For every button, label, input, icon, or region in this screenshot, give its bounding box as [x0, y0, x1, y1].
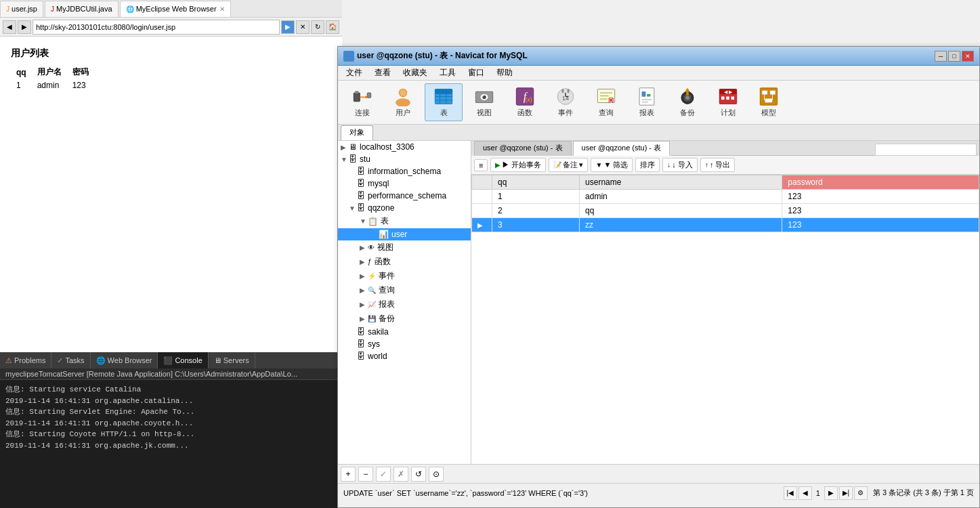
content-tab-1[interactable]: user @qqzone (stu) - 表 [474, 141, 572, 156]
home-btn[interactable]: 🏠 [326, 20, 339, 34]
tree-stu[interactable]: ▼ 🗄 stu [338, 153, 471, 165]
nav-next-btn[interactable]: ▶ [824, 486, 838, 500]
toolbar-event-btn[interactable]: 14 事件 [547, 83, 584, 121]
tree-queries-folder[interactable]: ▶ 🔍 查询 [338, 283, 471, 297]
tree-reports-folder[interactable]: ▶ 📈 报表 [338, 297, 471, 312]
tree-backups-folder[interactable]: ▶ 💾 备份 [338, 312, 471, 326]
tree-sakila[interactable]: 🗄 sakila [338, 326, 471, 338]
menu-icon: ≡ [479, 161, 483, 169]
stop-btn[interactable]: ✕ [296, 20, 310, 34]
tree-events-folder[interactable]: ▶ ⚡ 事件 [338, 269, 471, 283]
navicat-title-area: user @qqzone (stu) - 表 - Navicat for MyS… [343, 50, 528, 62]
menu-view[interactable]: 查看 [369, 66, 396, 80]
content-tabs-bar: user @qqzone (stu) - 表 user @qqzone (stu… [471, 141, 979, 156]
nav-last-btn[interactable]: ▶| [839, 486, 853, 500]
toolbar-plan-btn[interactable]: ◀ ▶ 计划 [709, 83, 747, 121]
tree-performance-schema[interactable]: 🗄 performance_schema [338, 190, 471, 202]
discard-btn[interactable]: ✗ [393, 467, 408, 482]
toolbar-model-btn[interactable]: 模型 [750, 83, 788, 121]
toolbar-view-btn[interactable]: 视图 [465, 83, 503, 121]
tree-label-qqzone: qqzone [368, 203, 394, 213]
tab-myjdbcutil[interactable]: J MyJDBCUtil.java [45, 1, 119, 17]
table-menu-btn[interactable]: ≡ [474, 159, 488, 171]
tree-label-sys: sys [368, 339, 380, 349]
nav-settings-btn[interactable]: ⚙ [854, 486, 868, 500]
nav-first-btn[interactable]: |◀ [784, 486, 797, 500]
export-btn[interactable]: ↑ ↑ 导出 [700, 158, 736, 172]
tree-user-table[interactable]: 📊 user [338, 228, 471, 240]
tree-label-events: 事件 [379, 270, 395, 282]
toolbar-function-btn[interactable]: f (x) 函数 [506, 83, 544, 121]
toolbar-table-btn[interactable]: 表 [425, 83, 463, 121]
db-icon-world: 🗄 [357, 352, 365, 361]
table-row-3[interactable]: ▶ 3 zz 123 [472, 218, 979, 232]
table-row-1[interactable]: 1 admin 123 [472, 190, 979, 204]
tree-tables-folder[interactable]: ▼ 📋 表 [338, 214, 471, 228]
close-tab-icon[interactable]: ✕ [219, 5, 225, 13]
toolbar-report-btn[interactable]: 报表 [628, 83, 666, 121]
svg-point-41 [685, 96, 689, 100]
refresh-table-btn[interactable]: ↺ [411, 467, 426, 482]
tree-functions-folder[interactable]: ▶ ƒ 函数 [338, 255, 471, 269]
maximize-btn[interactable]: □ [948, 51, 960, 62]
minimize-btn[interactable]: ─ [935, 51, 947, 62]
col-header-username: username [580, 175, 782, 190]
col-header-password: password [782, 175, 979, 190]
tree-sys[interactable]: 🗄 sys [338, 338, 471, 350]
navicat-toolbar: 连接 用户 表 [338, 81, 979, 125]
page-number: 1 [813, 489, 823, 497]
tree-qqzone[interactable]: ▼ 🗄 qqzone [338, 202, 471, 214]
db-icon-is: 🗄 [357, 167, 365, 176]
menu-tools[interactable]: 工具 [434, 66, 461, 80]
toolbar-connect-btn[interactable]: 连接 [343, 83, 381, 121]
refresh-btn[interactable]: ↻ [311, 20, 324, 34]
server-icon: 🖥 [349, 142, 357, 152]
toolbar-query-btn[interactable]: Q 查询 [587, 83, 625, 121]
content-tab-2[interactable]: user @qqzone (stu) - 表 [573, 141, 670, 156]
delete-row-btn[interactable]: − [358, 467, 373, 482]
tab-myeclipse-browser[interactable]: 🌐 MyEclipse Web Browser ✕ [120, 1, 231, 17]
tree-mysql[interactable]: 🗄 mysql [338, 177, 471, 190]
filter-btn[interactable]: ▼ ▼ 筛选 [591, 158, 633, 172]
cell-username-2: qq [580, 204, 782, 218]
console-line-2: 2019-11-14 16:41:31 org.apache.catalina.… [5, 396, 337, 407]
row-qq: 1 [11, 79, 32, 91]
start-transaction-btn[interactable]: ▶ ▶ 开始事务 [490, 158, 546, 172]
tab-servers[interactable]: 🖥Servers [209, 352, 255, 368]
go-btn[interactable]: ▶ [281, 20, 295, 34]
import-btn[interactable]: ↓ ↓ 导入 [662, 158, 698, 172]
confirm-btn[interactable]: ✓ [376, 467, 391, 482]
navicat-window: user @qqzone (stu) - 表 - Navicat for MyS… [337, 46, 980, 508]
tree-label-views: 视图 [377, 242, 393, 253]
svg-rect-23 [568, 89, 570, 93]
tree-information-schema[interactable]: 🗄 information_schema [338, 165, 471, 177]
tab-problems[interactable]: ⚠Problems [0, 352, 51, 368]
menu-help[interactable]: 帮助 [491, 66, 518, 80]
tab-tasks[interactable]: ✓Tasks [51, 352, 90, 368]
tree-world[interactable]: 🗄 world [338, 350, 471, 362]
options-btn[interactable]: ⊙ [429, 467, 444, 482]
menu-window[interactable]: 窗口 [463, 66, 490, 80]
address-input[interactable] [33, 20, 280, 35]
nav-prev-btn[interactable]: ◀ [798, 486, 812, 500]
toolbar-backup-btn[interactable]: 备份 [668, 83, 706, 121]
tree-localhost[interactable]: ▶ 🖥 localhost_3306 [338, 141, 471, 153]
tree-views-folder[interactable]: ▶ 👁 视图 [338, 240, 471, 255]
menu-favorites[interactable]: 收藏夹 [398, 66, 433, 80]
sidebar-tab-objects[interactable]: 对象 [341, 125, 373, 140]
close-btn[interactable]: ✕ [962, 51, 974, 62]
menu-file[interactable]: 文件 [341, 66, 368, 80]
table-row-2[interactable]: 2 qq 123 [472, 204, 979, 218]
table-search-input[interactable] [875, 144, 977, 156]
sort-btn[interactable]: 排序 [635, 158, 660, 172]
svg-text:(x): (x) [525, 96, 532, 103]
tab-console[interactable]: ⬛Console [158, 352, 208, 368]
add-row-btn[interactable]: + [341, 467, 356, 482]
forward-btn[interactable]: ▶ [18, 20, 31, 34]
tab-user-jsp[interactable]: J user.jsp [0, 1, 43, 17]
tab-web-browser[interactable]: 🌐Web Browser [91, 352, 158, 368]
toolbar-function-label: 函数 [517, 108, 532, 118]
toolbar-user-btn[interactable]: 用户 [384, 83, 422, 121]
note-btn[interactable]: 📝 备注 ▾ [549, 158, 588, 172]
back-btn[interactable]: ◀ [3, 20, 16, 34]
